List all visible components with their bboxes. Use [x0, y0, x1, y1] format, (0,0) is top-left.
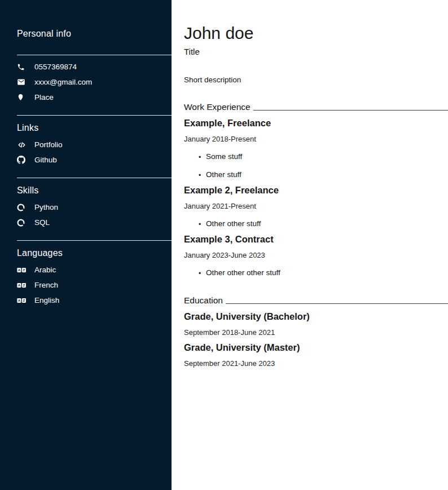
entry-title: Grade, University (Bachelor) [184, 311, 448, 322]
links-heading: Links [17, 122, 172, 133]
bullet-item: Other stuff [199, 170, 448, 179]
sidebar-item-place: Place [0, 90, 172, 105]
resume-main: John doe Title Short description Work Ex… [172, 0, 448, 490]
sidebar-divider [17, 178, 172, 178]
personal-info-heading: Personal info [17, 28, 172, 39]
language-icon: AZ [17, 267, 27, 273]
sidebar-item-label: French [34, 281, 58, 289]
language-icon: AZ [17, 297, 27, 304]
github-icon [17, 156, 27, 164]
bullet-item: Other other stuff [199, 219, 448, 228]
job-title: Title [184, 47, 448, 56]
personal-info-list: 0557369874xxxx@gmail.comPlace [0, 59, 172, 105]
sidebar-divider [17, 55, 172, 55]
resume-sections: Work ExperienceExample, FreelanceJanuary… [184, 102, 448, 368]
skills-list: PythonSQL [0, 200, 172, 230]
circle-notch-icon [17, 204, 27, 211]
bullet-list: Some stuffOther stuff [184, 152, 448, 179]
bullet-item: Other other other stuff [199, 268, 448, 277]
sidebar-divider [17, 240, 172, 241]
sidebar-item-label: xxxx@gmail.com [34, 78, 92, 86]
envelope-icon [17, 78, 27, 86]
sidebar-item-label: SQL [34, 218, 50, 227]
circle-notch-icon [17, 219, 27, 227]
entry-date: September 2021-June 2023 [184, 359, 448, 368]
bullet-list: Other other stuff [184, 219, 448, 228]
sidebar-item-xxxx-gmail-com: xxxx@gmail.com [0, 74, 172, 90]
entry-date: January 2023-June 2023 [184, 251, 448, 259]
sidebar-item-label: English [34, 296, 59, 304]
sidebar-item-0557369874: 0557369874 [0, 59, 172, 74]
phone-icon [17, 63, 27, 71]
name-heading: John doe [184, 24, 448, 42]
entry-title: Example 2, Freelance [184, 185, 448, 196]
section-heading-line [253, 110, 448, 111]
svg-text:Z: Z [23, 268, 25, 272]
section-heading: Work Experience [184, 102, 251, 112]
sidebar-item-label: Place [34, 93, 54, 101]
section-heading-line [226, 303, 448, 304]
links-list: PortfolioGithub [0, 137, 172, 167]
entry-title: Grade, University (Master) [184, 342, 448, 353]
sidebar-item-label: 0557369874 [34, 63, 77, 71]
section-heading-row: Education [184, 295, 448, 306]
sidebar-item-python: Python [0, 200, 172, 215]
languages-heading: Languages [17, 248, 172, 258]
code-icon [17, 141, 27, 149]
section-education: EducationGrade, University (Bachelor)Sep… [184, 295, 448, 368]
sidebar-item-sql: SQL [0, 215, 172, 230]
bullet-list: Other other other stuff [184, 268, 448, 277]
svg-text:A: A [18, 283, 21, 287]
entry-date: January 2021-Present [184, 202, 448, 210]
entry-date: January 2018-Present [184, 135, 448, 143]
sidebar-item-french: AZFrench [0, 277, 172, 293]
sidebar-item-label: Github [34, 156, 57, 164]
svg-text:Z: Z [23, 298, 25, 302]
skills-heading: Skills [17, 185, 172, 196]
sidebar-item-arabic: AZArabic [0, 262, 172, 277]
svg-text:A: A [18, 268, 21, 272]
sidebar-item-label: Portfolio [34, 140, 63, 149]
sidebar-item-github[interactable]: Github [0, 152, 172, 167]
section-work-experience: Work ExperienceExample, FreelanceJanuary… [184, 102, 448, 277]
sidebar-item-label: Arabic [34, 266, 56, 274]
sidebar-item-english: AZEnglish [0, 293, 172, 308]
bullet-item: Some stuff [199, 152, 448, 161]
sidebar-divider [17, 115, 172, 116]
svg-text:A: A [18, 298, 21, 302]
section-heading: Education [184, 295, 223, 306]
languages-list: AZArabicAZFrenchAZEnglish [0, 262, 172, 308]
svg-text:Z: Z [23, 283, 25, 287]
entry-title: Example 3, Contract [184, 234, 448, 245]
section-heading-row: Work Experience [184, 102, 448, 112]
sidebar-item-portfolio[interactable]: Portfolio [0, 137, 172, 152]
location-pin-icon [17, 93, 27, 101]
language-icon: AZ [17, 282, 27, 289]
entry-date: September 2018-June 2021 [184, 328, 448, 337]
short-description: Short description [184, 76, 448, 84]
sidebar-item-label: Python [34, 203, 58, 211]
sidebar: Personal info 0557369874xxxx@gmail.comPl… [0, 0, 172, 490]
entry-title: Example, Freelance [184, 118, 448, 129]
